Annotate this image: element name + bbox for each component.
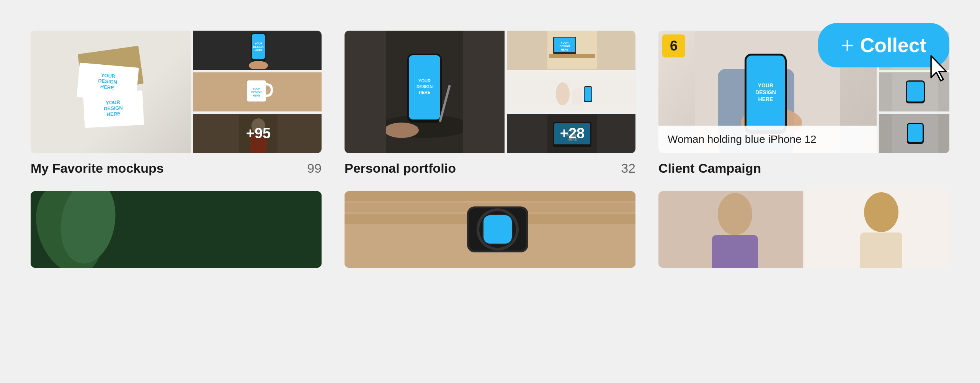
plus-icon: + [841,34,854,56]
collection-card-favorites[interactable]: YOUR DESIGN HERE YOUR DESIGN HERE [31,31,322,176]
collection-footer-campaign: Client Campaign [658,161,949,176]
collection-name-portfolio: Personal portfolio [345,161,456,176]
partial-card-2[interactable] [345,191,635,268]
svg-text:YOUR: YOUR [561,41,568,44]
svg-text:DESIGN: DESIGN [253,46,264,48]
page-wrapper: + Collect YOUR DESIGN HE [0,0,980,383]
image-campaign-sm2 [879,72,949,112]
svg-rect-42 [585,87,591,101]
svg-rect-78 [483,215,512,244]
image-laptop-28: YOUR DESIGN HERE +28 [507,114,635,153]
collection-card-portfolio[interactable]: YOUR DESIGN HERE [345,31,635,176]
svg-rect-81 [712,235,758,268]
image-campaign-sm3 [879,114,949,153]
svg-text:HERE: HERE [419,90,431,95]
svg-text:HERE: HERE [561,48,568,51]
svg-text:HERE: HERE [253,94,260,97]
svg-rect-62 [907,82,924,101]
collection-images-favorites: YOUR DESIGN HERE YOUR DESIGN HERE [31,31,322,153]
svg-text:YOUR: YOUR [758,82,773,88]
svg-point-80 [718,193,752,235]
collect-button[interactable]: + Collect [818,23,949,67]
collection-badge: 6 [662,34,685,57]
image-person-95: +95 [193,114,322,153]
svg-text:DESIGN: DESIGN [560,45,570,47]
svg-rect-40 [572,88,582,105]
collection-images-portfolio: YOUR DESIGN HERE [345,31,635,153]
collections-grid: YOUR DESIGN HERE YOUR DESIGN HERE [31,31,949,176]
svg-text:HERE: HERE [100,83,114,90]
count-overlay-95: +95 [193,114,322,153]
svg-text:YOUR: YOUR [253,87,260,90]
image-room: YOUR DESIGN HERE [507,31,635,70]
image-business-cards: YOUR DESIGN HERE YOUR DESIGN HERE [31,31,191,153]
svg-text:YOUR: YOUR [418,79,431,83]
svg-text:HERE: HERE [255,49,262,52]
partial-card-3[interactable] [658,191,949,268]
svg-rect-37 [549,54,595,58]
collection-count-portfolio: 32 [621,161,635,176]
collect-label: Collect [860,34,926,57]
svg-text:DESIGN: DESIGN [416,84,433,89]
svg-text:HERE: HERE [106,111,121,117]
image-phone-desk: YOUR DESIGN HERE [345,31,505,153]
partial-card-1[interactable] [31,191,322,268]
image-phone-hand-1: YOUR DESIGN HERE [193,31,322,70]
collection-count-favorites: 99 [307,161,322,176]
second-row [31,191,949,268]
svg-rect-65 [908,124,923,142]
svg-text:YOUR: YOUR [255,42,262,45]
svg-point-39 [556,82,570,105]
svg-text:DESIGN: DESIGN [755,89,776,95]
collection-footer-portfolio: Personal portfolio 32 [345,161,635,176]
collection-name-campaign: Client Campaign [658,161,761,176]
svg-text:HERE: HERE [758,96,773,102]
collection-name-favorites: My Favorite mockups [31,161,164,176]
image-caption: Woman holding blue iPhone 12 [658,126,877,153]
svg-point-83 [864,192,898,232]
svg-rect-84 [860,232,902,268]
svg-point-14 [249,61,268,69]
collection-footer-favorites: My Favorite mockups 99 [31,161,322,176]
image-decor [507,72,635,112]
image-mug: YOUR DESIGN HERE [193,72,322,112]
svg-text:DESIGN: DESIGN [252,91,262,93]
svg-rect-70 [345,191,635,201]
count-overlay-28: +28 [507,114,635,153]
